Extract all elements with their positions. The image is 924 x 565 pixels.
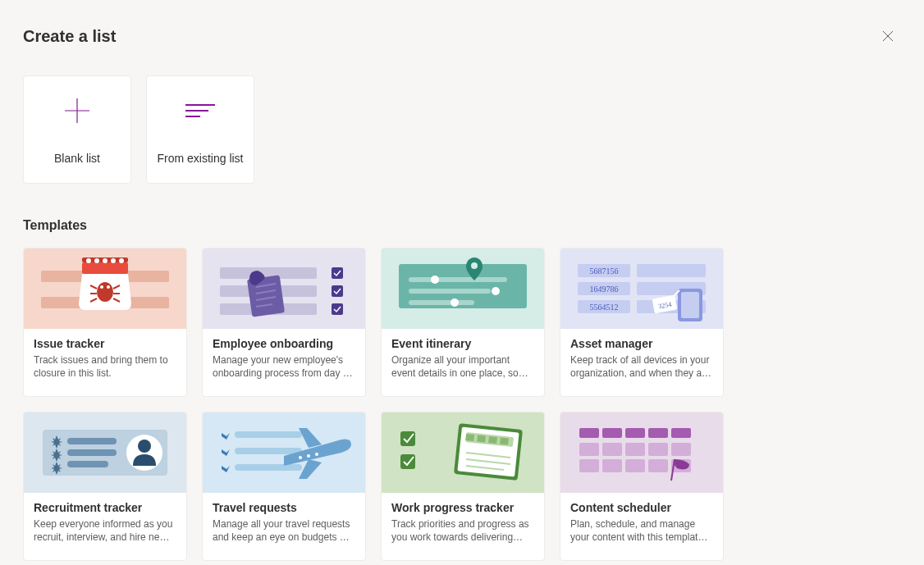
svg-rect-86	[625, 459, 645, 472]
creation-options: Blank list From existing list	[23, 75, 901, 184]
template-thumbnail	[203, 248, 365, 329]
svg-point-59	[299, 456, 302, 459]
template-travel-requests[interactable]: Travel requests Manage all your travel r…	[202, 412, 366, 561]
template-thumbnail	[382, 248, 544, 329]
issue-illustration	[31, 256, 179, 321]
svg-rect-80	[602, 443, 622, 456]
content-illustration	[568, 420, 716, 485]
asset-number-2: 1649786	[590, 285, 619, 294]
template-title: Recruitment tracker	[34, 501, 176, 514]
svg-rect-85	[602, 459, 622, 472]
svg-point-55	[138, 440, 151, 453]
template-title: Work progress tracker	[391, 501, 534, 514]
svg-point-39	[471, 262, 478, 269]
template-desc: Keep everyone informed as you recruit, i…	[34, 517, 176, 544]
template-desc: Keep track of all devices in your organi…	[570, 353, 713, 380]
recruit-illustration	[31, 420, 179, 485]
page-title: Create a list	[23, 27, 116, 46]
template-employee-onboarding[interactable]: Employee onboarding Manage your new empl…	[202, 248, 366, 397]
dialog-header: Create a list	[23, 23, 901, 49]
template-thumbnail	[382, 412, 544, 493]
svg-rect-82	[648, 443, 668, 456]
svg-point-34	[431, 276, 439, 284]
svg-point-8	[94, 258, 99, 263]
svg-rect-70	[500, 437, 509, 444]
svg-point-10	[111, 258, 116, 263]
svg-point-14	[107, 285, 110, 289]
blank-list-option[interactable]: Blank list	[23, 75, 131, 184]
asset-number-1: 5687156	[590, 267, 619, 276]
svg-point-38	[451, 298, 459, 307]
svg-rect-53	[67, 461, 108, 467]
template-title: Event itinerary	[391, 337, 534, 350]
svg-rect-75	[602, 428, 622, 438]
travel-illustration	[210, 420, 358, 485]
work-illustration	[389, 420, 537, 485]
svg-rect-74	[579, 428, 599, 438]
from-existing-list-option[interactable]: From existing list	[146, 75, 254, 184]
svg-rect-35	[409, 289, 491, 294]
svg-point-12	[97, 282, 113, 302]
svg-point-7	[86, 258, 91, 263]
svg-rect-68	[477, 435, 486, 443]
template-desc: Track priorities and progress as you wor…	[391, 517, 534, 544]
template-title: Asset manager	[570, 337, 713, 350]
template-issue-tracker[interactable]: Issue tracker Track issues and bring the…	[23, 248, 187, 397]
svg-point-11	[119, 258, 124, 263]
svg-point-60	[307, 454, 310, 458]
svg-rect-57	[235, 448, 302, 454]
asset-number-3: 5564512	[590, 303, 619, 312]
svg-rect-41	[637, 264, 706, 277]
blank-list-label: Blank list	[54, 152, 100, 165]
template-desc: Organize all your important event detail…	[391, 353, 534, 380]
svg-rect-78	[671, 428, 691, 438]
template-thumbnail: 5687156 1649786 5564512 3254	[560, 248, 723, 329]
template-desc: Manage your new employee's onboarding pr…	[213, 353, 355, 380]
close-button[interactable]	[875, 23, 901, 49]
onboarding-illustration	[210, 256, 358, 321]
svg-rect-77	[648, 428, 668, 438]
svg-rect-56	[235, 431, 302, 438]
template-desc: Plan, schedule, and manage your content …	[570, 517, 713, 544]
svg-rect-51	[67, 438, 117, 444]
template-desc: Track issues and bring them to closure i…	[34, 353, 176, 380]
svg-rect-67	[465, 434, 474, 441]
close-icon	[882, 30, 894, 42]
svg-rect-25	[332, 285, 343, 297]
template-work-progress-tracker[interactable]: Work progress tracker Track priorities a…	[381, 412, 545, 561]
template-event-itinerary[interactable]: Event itinerary Organize all your import…	[381, 248, 545, 397]
svg-rect-52	[67, 449, 117, 456]
svg-point-9	[103, 258, 107, 263]
svg-rect-24	[332, 267, 343, 279]
template-thumbnail	[24, 248, 186, 329]
svg-rect-5	[82, 262, 128, 274]
templates-heading: Templates	[23, 218, 901, 233]
template-title: Content scheduler	[570, 501, 713, 514]
from-existing-label: From existing list	[157, 152, 243, 165]
svg-point-13	[100, 285, 103, 289]
template-title: Issue tracker	[34, 337, 176, 350]
template-asset-manager[interactable]: 5687156 1649786 5564512 3254 Asset manag…	[560, 248, 724, 397]
templates-grid: Issue tracker Track issues and bring the…	[23, 248, 901, 561]
svg-rect-84	[579, 459, 599, 472]
svg-rect-58	[235, 464, 302, 471]
template-content-scheduler[interactable]: Content scheduler Plan, schedule, and ma…	[560, 412, 724, 561]
list-icon	[185, 94, 215, 127]
asset-illustration: 5687156 1649786 5564512 3254	[568, 256, 716, 321]
event-illustration	[389, 256, 537, 321]
template-title: Travel requests	[213, 501, 355, 514]
svg-point-36	[492, 287, 500, 295]
svg-rect-83	[671, 443, 691, 456]
template-recruitment-tracker[interactable]: Recruitment tracker Keep everyone inform…	[23, 412, 187, 561]
svg-rect-47	[681, 292, 699, 318]
svg-rect-33	[409, 277, 507, 282]
svg-rect-26	[332, 303, 343, 315]
svg-rect-76	[625, 428, 645, 438]
plus-icon	[63, 94, 91, 127]
template-thumbnail	[203, 412, 365, 493]
svg-rect-81	[625, 443, 645, 456]
template-thumbnail	[560, 412, 723, 493]
template-desc: Manage all your travel requests and keep…	[213, 517, 355, 544]
svg-rect-79	[579, 443, 599, 456]
template-thumbnail	[24, 412, 186, 493]
